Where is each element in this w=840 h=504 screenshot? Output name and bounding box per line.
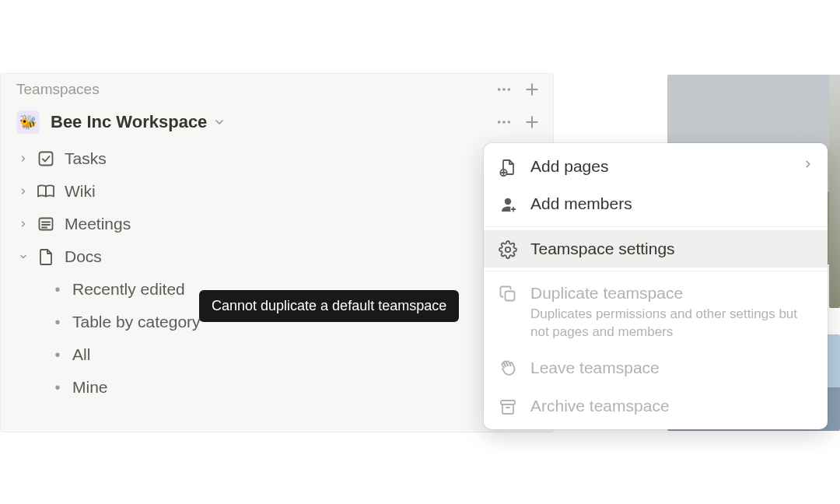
- menu-item-add-members[interactable]: Add members: [484, 185, 828, 222]
- page-tree: Tasks Wiki Meetings: [1, 139, 553, 404]
- workspace-more-button[interactable]: [492, 110, 516, 134]
- gallery-thumbnail: [829, 75, 840, 308]
- bullet-icon: •: [54, 314, 61, 330]
- sidebar-item-wiki[interactable]: Wiki: [1, 175, 553, 208]
- bullet-icon: •: [54, 347, 61, 362]
- sidebar-item-meetings[interactable]: Meetings: [1, 208, 553, 240]
- plus-icon: [524, 82, 540, 97]
- chevron-right-icon: [803, 159, 814, 170]
- ellipsis-icon: [495, 81, 513, 98]
- sidebar-panel: Teamspaces 🐝 Bee Inc Workspace: [0, 73, 554, 432]
- expand-toggle[interactable]: [16, 252, 30, 261]
- menu-item-label: Add members: [530, 193, 814, 215]
- page-icon: [35, 247, 57, 266]
- menu-item-label: Add pages: [530, 156, 790, 177]
- checkbox-icon: [35, 149, 57, 168]
- menu-item-label: Teamspace settings: [530, 238, 814, 260]
- sidebar-item-label: Recently edited: [72, 280, 185, 299]
- svg-point-7: [508, 121, 511, 124]
- sidebar-item-label: All: [72, 345, 90, 364]
- expand-toggle[interactable]: [16, 219, 30, 229]
- svg-point-0: [498, 88, 501, 91]
- archive-icon: [498, 397, 518, 417]
- list-icon: [35, 215, 57, 233]
- duplicate-icon: [498, 284, 518, 304]
- sidebar-item-docs[interactable]: Docs: [1, 240, 553, 273]
- sidebar-subitem-all[interactable]: • All: [38, 338, 553, 371]
- tooltip-text: Cannot duplicate a default teamspace: [212, 298, 446, 313]
- sidebar-item-label: Tasks: [65, 149, 107, 168]
- expand-toggle[interactable]: [16, 187, 30, 196]
- teamspaces-add-button[interactable]: [520, 78, 544, 101]
- chevron-down-icon: [213, 116, 226, 128]
- svg-point-18: [505, 198, 511, 205]
- tooltip: Cannot duplicate a default teamspace: [199, 290, 459, 322]
- menu-item-sublabel: Duplicates permissions and other setting…: [530, 306, 814, 341]
- svg-point-5: [498, 121, 501, 124]
- svg-rect-10: [40, 152, 53, 166]
- sidebar-item-tasks[interactable]: Tasks: [1, 142, 553, 175]
- menu-item-teamspace-settings[interactable]: Teamspace settings: [484, 230, 828, 268]
- workspace-name[interactable]: Bee Inc Workspace: [51, 112, 207, 132]
- add-page-icon: [498, 157, 518, 177]
- svg-point-6: [502, 121, 506, 124]
- menu-item-label: Leave teamspace: [530, 357, 814, 379]
- svg-rect-24: [501, 401, 515, 404]
- sidebar-item-label: Wiki: [65, 182, 96, 201]
- sidebar-item-label: Table by category: [72, 313, 201, 331]
- workspace-icon: 🐝: [16, 110, 40, 134]
- menu-separator: [484, 226, 828, 227]
- add-person-icon: [498, 194, 518, 215]
- menu-item-archive-teamspace: Archive teamspace: [484, 387, 828, 425]
- bullet-icon: •: [54, 380, 61, 395]
- menu-item-leave-teamspace: Leave teamspace: [484, 349, 828, 387]
- workspace-add-button[interactable]: [520, 110, 544, 134]
- workspace-chevron[interactable]: [213, 116, 226, 128]
- sidebar-item-label: Docs: [65, 247, 102, 266]
- svg-rect-23: [506, 292, 515, 301]
- chevron-right-icon: [19, 187, 28, 196]
- teamspace-context-menu: Add pages Add members Teamspace settings…: [484, 143, 828, 429]
- menu-separator: [484, 271, 828, 271]
- sidebar-subitem-mine[interactable]: • Mine: [38, 371, 553, 404]
- menu-item-duplicate-teamspace: Duplicate teamspace Duplicates permissio…: [484, 275, 828, 349]
- chevron-down-icon: [19, 252, 28, 261]
- teamspaces-section-label: Teamspaces: [16, 81, 100, 98]
- sidebar-item-label: Meetings: [65, 215, 131, 233]
- svg-point-2: [508, 88, 511, 91]
- menu-item-add-pages[interactable]: Add pages: [484, 148, 828, 185]
- menu-item-label: Archive teamspace: [530, 395, 814, 417]
- svg-point-22: [506, 247, 510, 251]
- bullet-icon: •: [54, 282, 61, 297]
- menu-item-label: Duplicate teamspace: [530, 282, 814, 304]
- svg-point-1: [502, 88, 506, 91]
- expand-toggle[interactable]: [16, 154, 30, 163]
- chevron-right-icon: [19, 154, 28, 163]
- book-icon: [35, 182, 57, 201]
- ellipsis-icon: [495, 114, 513, 131]
- teamspaces-more-button[interactable]: [492, 78, 516, 101]
- plus-icon: [524, 114, 540, 130]
- chevron-right-icon: [19, 219, 28, 229]
- sidebar-item-label: Mine: [72, 378, 108, 397]
- gear-icon: [498, 240, 518, 260]
- wave-icon: [498, 359, 518, 379]
